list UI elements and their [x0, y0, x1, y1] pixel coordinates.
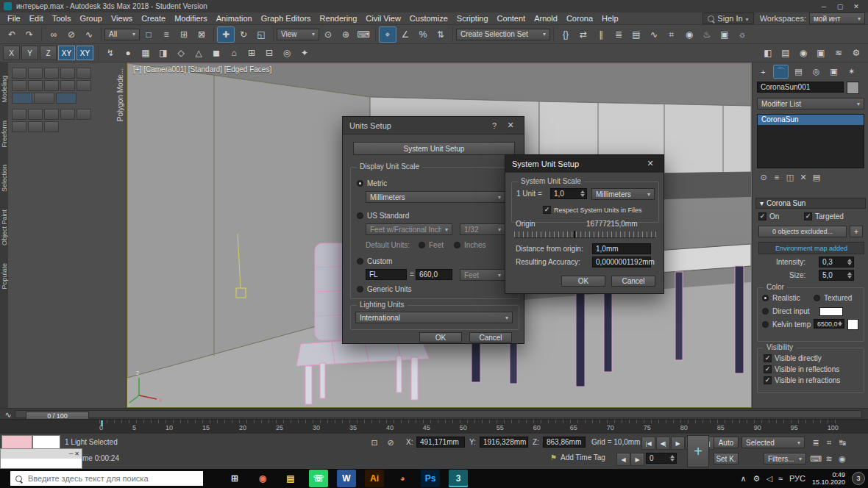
units-ok-button[interactable]: OK: [419, 332, 462, 342]
redo-icon[interactable]: ↷: [21, 26, 38, 43]
menu-item[interactable]: File: [3, 14, 25, 23]
add-time-tag-button[interactable]: ⚑ Add Time Tag: [550, 453, 605, 462]
utilities-tab-icon[interactable]: ✶: [844, 65, 859, 79]
inches-radio[interactable]: Inches: [454, 241, 485, 249]
minimize-button[interactable]: ─: [816, 3, 832, 10]
custom-ref-dropdown[interactable]: Feet: [460, 269, 505, 281]
tool-button[interactable]: [12, 121, 26, 132]
keyboard-override-icon[interactable]: ⌨: [355, 26, 372, 43]
snaps-toggle-icon[interactable]: ⌖: [379, 26, 396, 43]
minimize-button[interactable]: ─: [69, 451, 74, 457]
close-icon[interactable]: ✕: [644, 159, 657, 168]
slice-tool-icon[interactable]: ◨: [154, 45, 172, 61]
display-toggle-icon[interactable]: ▤: [777, 45, 794, 61]
display-tab-icon[interactable]: ▣: [826, 65, 842, 79]
metric-units-dropdown[interactable]: Millimeters: [366, 191, 505, 203]
generic-units-radio[interactable]: Generic Units: [357, 285, 412, 293]
kelvin-color-swatch[interactable]: [847, 319, 858, 330]
auto-key-button[interactable]: Auto: [714, 437, 739, 448]
wave-toggle-icon[interactable]: ≋: [822, 453, 836, 464]
tool-button[interactable]: [44, 68, 59, 79]
menu-item[interactable]: Tools: [48, 14, 76, 23]
menu-item[interactable]: Edit: [25, 14, 48, 23]
taskbar-app-chrome[interactable]: ◉: [253, 470, 272, 487]
us-fraction-dropdown[interactable]: 1/32: [460, 223, 505, 235]
set-key-button[interactable]: Set K.: [714, 453, 739, 464]
create-tab-icon[interactable]: +: [755, 65, 771, 79]
select-by-name-icon[interactable]: ≡: [157, 26, 175, 43]
schematic-view-icon[interactable]: ⌗: [663, 26, 680, 43]
tool-button[interactable]: [77, 68, 91, 79]
realistic-radio[interactable]: Realistic: [762, 294, 800, 302]
corona-sun-rollout-header[interactable]: ▾ Corona Sun: [755, 198, 866, 209]
taskbar-app-whatsapp[interactable]: ☏: [309, 470, 328, 487]
track-bar[interactable]: 0510152025303540455055606570758085909510…: [0, 419, 868, 434]
next-key-button[interactable]: ▶: [630, 453, 644, 466]
close-button[interactable]: ✕: [74, 451, 79, 457]
distance-field[interactable]: 1,0mm: [592, 243, 651, 254]
cube-tool-icon[interactable]: ◼: [207, 45, 225, 61]
system-unit-ok-button[interactable]: OK: [561, 276, 605, 287]
paint-tool-icon[interactable]: ✦: [296, 45, 313, 61]
menu-item[interactable]: Rendering: [316, 14, 362, 23]
remove-modifier-icon[interactable]: ✕: [797, 171, 810, 183]
monitor-icon[interactable]: ▣: [812, 45, 830, 61]
workspace-dropdown[interactable]: мой инт: [809, 12, 865, 24]
rail-tab-populate[interactable]: Populate: [1, 263, 8, 290]
render-setup-icon[interactable]: ♨: [698, 26, 716, 43]
select-and-manipulate-icon[interactable]: ⊕: [337, 26, 355, 43]
visible-in-reflections-checkbox[interactable]: Visible in reflections: [764, 365, 840, 373]
menu-item[interactable]: Modifiers: [170, 14, 212, 23]
taskbar-clock[interactable]: 0:49 15.10.2020: [812, 471, 845, 486]
origin-slider[interactable]: [514, 232, 656, 238]
axis-x-button[interactable]: X: [3, 46, 20, 60]
tool-button[interactable]: [44, 80, 59, 91]
use-pivot-center-icon[interactable]: ⊙: [319, 26, 337, 43]
unit-value-field[interactable]: 1,0: [550, 188, 587, 199]
prism-tool-icon[interactable]: ◇: [172, 45, 190, 61]
menu-item[interactable]: Customize: [405, 14, 452, 23]
tool-button[interactable]: [12, 93, 32, 104]
select-object-icon[interactable]: □: [140, 26, 157, 43]
origin-slider-handle[interactable]: [574, 231, 575, 238]
sphere-tool-icon[interactable]: ●: [119, 45, 137, 61]
motion-tab-icon[interactable]: ◎: [808, 65, 824, 79]
home-grid-icon[interactable]: ⌂: [225, 45, 243, 61]
keyboard-shortcut-icon[interactable]: ⌨: [809, 453, 822, 464]
tool-button[interactable]: [77, 80, 91, 91]
edit-named-sets-icon[interactable]: {}: [557, 26, 574, 43]
viewport-label[interactable]: [+] [Camera001] [Standard] [Edged Faces]: [133, 65, 271, 73]
window-crossing-icon[interactable]: ⊠: [193, 26, 210, 43]
gear-icon[interactable]: ⚙: [847, 45, 865, 61]
rail-tab-object-paint[interactable]: Object Paint: [1, 209, 8, 245]
stack-item-coronasun[interactable]: CoronaSun: [758, 115, 864, 125]
lattice-tool-icon[interactable]: ▦: [137, 45, 154, 61]
rail-tab-freeform[interactable]: Freeform: [1, 121, 8, 148]
visible-directly-checkbox[interactable]: Visible directly: [764, 354, 840, 362]
notification-badge[interactable]: 3: [852, 472, 865, 485]
taskbar-app-blender[interactable]: ◕: [393, 470, 412, 487]
menu-item[interactable]: Arnold: [530, 14, 562, 23]
unlink-selection-icon[interactable]: ⊘: [63, 26, 80, 43]
taskbar-search[interactable]: [10, 471, 203, 486]
taskbar-app-explorer[interactable]: ▤: [281, 470, 300, 487]
menu-item[interactable]: Create: [137, 14, 170, 23]
us-standard-radio[interactable]: US Standard: [357, 212, 409, 220]
menu-item[interactable]: Help: [597, 14, 623, 23]
previous-frame-button[interactable]: ◀|: [656, 437, 670, 450]
tool-button[interactable]: [60, 68, 75, 79]
environment-map-button[interactable]: Environment map added: [758, 242, 864, 254]
taskbar-app-illustrator[interactable]: Ai: [365, 470, 384, 487]
unit-type-dropdown[interactable]: Millimeters: [591, 188, 655, 200]
bind-to-space-warp-icon[interactable]: ∿: [80, 26, 98, 43]
tool-button[interactable]: [56, 93, 77, 104]
help-button[interactable]: ?: [488, 121, 501, 130]
size-spinner[interactable]: 5,0: [819, 270, 854, 281]
show-end-result-icon[interactable]: ≡: [770, 171, 783, 183]
tool-button[interactable]: [28, 121, 43, 132]
curve-editor-icon[interactable]: ∿: [645, 26, 663, 43]
time-slider-track[interactable]: 0 / 100: [15, 410, 862, 418]
menu-item[interactable]: Civil View: [361, 14, 405, 23]
swap-views-icon[interactable]: ↹: [836, 437, 849, 448]
select-and-link-icon[interactable]: ∞: [45, 26, 63, 43]
